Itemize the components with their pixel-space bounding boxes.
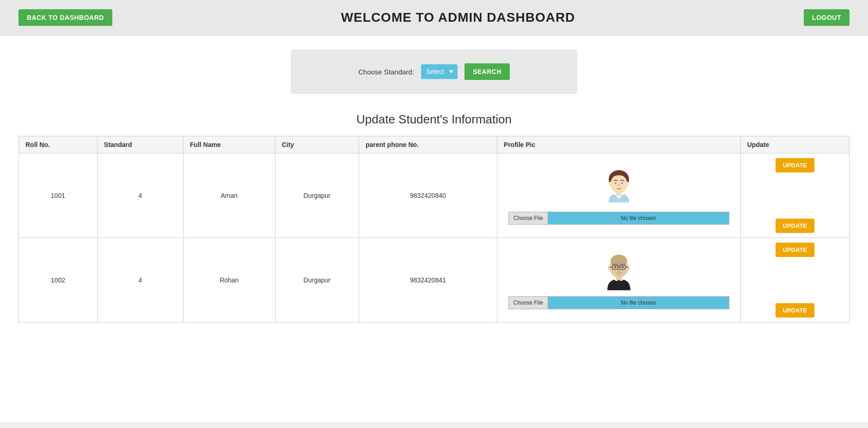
cell-city-1: Durgapur [275,153,359,238]
file-placeholder-2: No file chosen [548,296,729,309]
cell-roll-no-2: 1002 [19,238,98,323]
header: BACK TO DASHBOARD WELCOME TO ADMIN DASHB… [0,0,868,36]
cell-profile-pic-1: Choose File No file chosen [497,153,740,238]
svg-point-9 [609,182,612,186]
file-placeholder-1: No file chosen [548,212,729,225]
search-button[interactable]: SEARCH [465,63,510,80]
col-profile-pic: Profile Pic [497,136,740,153]
col-city: City [275,136,359,153]
cell-standard-1: 4 [97,153,183,238]
cell-phone-2: 9832420841 [359,238,497,323]
standard-select[interactable]: Select 1 2 3 4 5 6 7 8 9 10 [421,64,458,79]
col-update: Update [740,136,849,153]
cell-roll-no-1: 1001 [19,153,98,238]
cell-full-name-2: Rohan [183,238,275,323]
main-content: Choose Standard: Select 1 2 3 4 5 6 7 8 … [0,36,868,422]
back-to-dashboard-button[interactable]: BACK TO DASHBOARD [18,9,112,26]
svg-point-7 [622,183,623,183]
col-full-name: Full Name [183,136,275,153]
col-parent-phone: parent phone No. [359,136,497,153]
svg-point-13 [611,255,627,268]
file-input-wrapper-2: Choose File No file chosen [508,296,729,309]
cell-full-name-1: Aman [183,153,275,238]
update-button-1-top[interactable]: UPDATE [776,158,814,172]
cell-update-1: UPDATE UPDATE [740,153,849,238]
table-header-row: Roll No. Standard Full Name City parent … [19,136,850,153]
update-button-1-bottom[interactable]: UPDATE [776,219,814,233]
cell-phone-1: 9832420840 [359,153,497,238]
svg-point-10 [626,182,629,186]
page-title: WELCOME TO ADMIN DASHBOARD [341,10,575,25]
svg-point-23 [615,267,616,268]
table-row: 1002 4 Rohan Durgapur 9832420841 [19,238,850,323]
choose-file-label-2[interactable]: Choose File [508,296,548,309]
cell-update-2: UPDATE UPDATE [740,238,849,323]
standard-select-wrapper: Select 1 2 3 4 5 6 7 8 9 10 [421,64,458,79]
table-row: 1001 4 Aman Durgapur 9832420840 [19,153,850,238]
svg-point-14 [608,266,611,270]
avatar-2 [600,251,637,293]
update-button-2-bottom[interactable]: UPDATE [776,303,814,318]
svg-point-25 [617,269,620,272]
student-table: Roll No. Standard Full Name City parent … [18,136,850,323]
cell-standard-2: 4 [97,238,183,323]
logout-button[interactable]: LOGOUT [804,9,850,26]
col-standard: Standard [97,136,183,153]
svg-rect-26 [616,277,622,280]
svg-point-5 [621,182,623,184]
table-title: Update Student's Information [18,112,850,127]
search-section: Choose Standard: Select 1 2 3 4 5 6 7 8 … [291,49,577,94]
avatar-1 [600,166,637,208]
cell-city-2: Durgapur [275,238,359,323]
svg-point-8 [618,184,620,187]
cell-profile-pic-2: Choose File No file chosen [497,238,740,323]
svg-point-24 [622,267,623,268]
file-input-wrapper-1: Choose File No file chosen [508,212,729,225]
update-button-2-top[interactable]: UPDATE [776,243,814,257]
choose-file-label-1[interactable]: Choose File [508,212,548,225]
col-roll-no: Roll No. [19,136,98,153]
svg-point-15 [627,266,630,270]
svg-point-4 [615,182,617,184]
svg-point-6 [616,183,616,183]
choose-standard-label: Choose Standard: [358,68,414,76]
